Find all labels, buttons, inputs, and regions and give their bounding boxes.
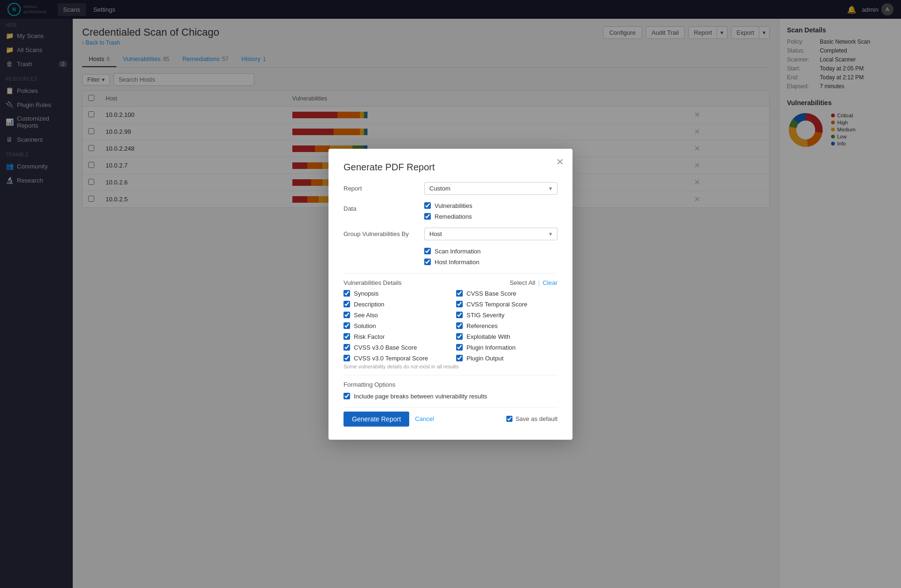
- vuln-detail-checkbox[interactable]: [344, 312, 350, 318]
- save-default-label: Save as default: [515, 415, 557, 422]
- modal-overlay: Generate PDF Report ✕ Report Custom ▾ Da…: [0, 0, 901, 588]
- vuln-detail-checkbox-item[interactable]: CVSS v3.0 Base Score: [344, 344, 445, 351]
- save-default-option: Save as default: [506, 415, 557, 422]
- vuln-detail-checkbox[interactable]: [456, 344, 463, 351]
- include-options: Scan InformationHost Information: [424, 248, 557, 266]
- vuln-detail-checkbox-item[interactable]: Risk Factor: [344, 333, 445, 340]
- vuln-detail-checkbox[interactable]: [456, 301, 463, 307]
- include-checkbox[interactable]: [424, 248, 431, 254]
- data-checkbox[interactable]: [424, 213, 431, 220]
- vuln-detail-checkbox[interactable]: [456, 312, 463, 318]
- vuln-details-header: Vulnerabilities Details Select All | Cle…: [344, 279, 557, 286]
- vuln-detail-checkbox-item[interactable]: CVSS v3.0 Temporal Score: [344, 355, 445, 362]
- save-default-checkbox[interactable]: [506, 416, 512, 422]
- vuln-detail-checkbox-item[interactable]: Plugin Information: [456, 344, 557, 351]
- vuln-detail-checkbox-item[interactable]: Description: [344, 301, 445, 308]
- group-by-label: Group Vulnerabilities By: [344, 228, 419, 237]
- vuln-detail-checkbox-item[interactable]: See Also: [344, 312, 445, 319]
- vuln-detail-checkbox[interactable]: [344, 301, 350, 307]
- modal-title: Generate PDF Report: [344, 162, 557, 173]
- generate-pdf-modal: Generate PDF Report ✕ Report Custom ▾ Da…: [328, 149, 573, 440]
- group-by-select[interactable]: Host ▾: [424, 228, 557, 240]
- data-checkbox-item[interactable]: Remediations: [424, 213, 557, 220]
- vuln-right-col: CVSS Base ScoreCVSS Temporal ScoreSTIG S…: [456, 290, 557, 362]
- vuln-detail-checkbox[interactable]: [344, 322, 350, 329]
- data-row: Data VulnerabilitiesRemediations: [344, 202, 557, 220]
- vuln-detail-checkbox-item[interactable]: Synopsis: [344, 290, 445, 297]
- formatting-section: Formatting Options Include page breaks b…: [344, 381, 557, 400]
- clear-button[interactable]: Clear: [542, 279, 557, 286]
- select-all-button[interactable]: Select All: [510, 279, 535, 286]
- vuln-detail-checkbox-item[interactable]: References: [456, 322, 557, 329]
- vuln-detail-checkbox[interactable]: [344, 344, 350, 351]
- vuln-detail-checkbox[interactable]: [344, 355, 350, 361]
- report-select[interactable]: Custom ▾: [424, 182, 557, 195]
- modal-footer: Generate Report Cancel Save as default: [344, 407, 557, 427]
- formatting-options: Include page breaks between vulnerabilit…: [344, 393, 557, 400]
- vuln-detail-checkbox-item[interactable]: Exploitable With: [456, 333, 557, 340]
- include-options-row: Scan InformationHost Information: [344, 248, 557, 266]
- modal-close-button[interactable]: ✕: [556, 156, 564, 168]
- include-checkbox[interactable]: [424, 259, 431, 265]
- vuln-detail-checkbox[interactable]: [456, 290, 463, 297]
- report-select-caret-icon: ▾: [549, 185, 552, 192]
- data-options: VulnerabilitiesRemediations: [424, 202, 557, 220]
- group-by-row: Group Vulnerabilities By Host ▾: [344, 228, 557, 240]
- vuln-detail-checkbox-item[interactable]: CVSS Base Score: [456, 290, 557, 297]
- vuln-hint: Some vulnerability details do not exist …: [344, 364, 557, 369]
- vuln-detail-checkbox[interactable]: [456, 355, 463, 361]
- formatting-checkbox[interactable]: [344, 393, 350, 399]
- vuln-detail-checkbox[interactable]: [344, 290, 350, 297]
- vuln-detail-checkbox-item[interactable]: Plugin Output: [456, 355, 557, 362]
- cancel-button[interactable]: Cancel: [415, 415, 434, 422]
- include-checkbox-item[interactable]: Scan Information: [424, 248, 557, 255]
- data-checkbox-item[interactable]: Vulnerabilities: [424, 202, 557, 209]
- include-checkbox-item[interactable]: Host Information: [424, 259, 557, 266]
- vuln-left-col: SynopsisDescriptionSee AlsoSolutionRisk …: [344, 290, 445, 362]
- vuln-detail-checkbox-item[interactable]: Solution: [344, 322, 445, 329]
- vuln-detail-checkbox[interactable]: [456, 333, 463, 340]
- vuln-detail-checkbox-item[interactable]: CVSS Temporal Score: [456, 301, 557, 308]
- report-label: Report: [344, 182, 419, 192]
- vuln-detail-checkbox[interactable]: [344, 333, 350, 340]
- data-checkbox[interactable]: [424, 202, 431, 209]
- vuln-details-columns: SynopsisDescriptionSee AlsoSolutionRisk …: [344, 290, 557, 362]
- formatting-checkbox-item[interactable]: Include page breaks between vulnerabilit…: [344, 393, 557, 400]
- formatting-label: Formatting Options: [344, 381, 557, 388]
- vuln-detail-checkbox[interactable]: [456, 322, 463, 329]
- generate-report-button[interactable]: Generate Report: [344, 412, 409, 427]
- vuln-detail-checkbox-item[interactable]: STIG Severity: [456, 312, 557, 319]
- data-label: Data: [344, 202, 419, 212]
- report-row: Report Custom ▾: [344, 182, 557, 195]
- group-by-caret-icon: ▾: [549, 230, 552, 237]
- vuln-details-label: Vulnerabilities Details: [344, 279, 402, 286]
